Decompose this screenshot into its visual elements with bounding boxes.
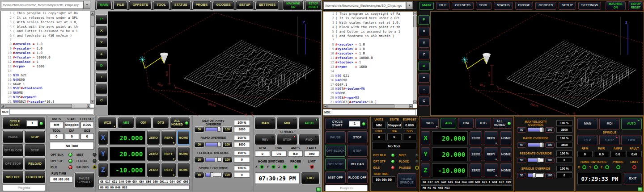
menu-settings[interactable]: SETTINGS: [256, 1, 279, 9]
rapid-max-button[interactable]: 100: [223, 142, 232, 147]
dtg-button[interactable]: DTG: [475, 118, 491, 129]
max-velocity-min-button[interactable]: 50: [195, 127, 204, 132]
feedrate-min-button[interactable]: 50: [195, 157, 204, 163]
zero-y-button[interactable]: ZERO: [147, 147, 159, 161]
menu-setup[interactable]: SETUP: [559, 2, 576, 10]
spindle-min-button[interactable]: 50: [517, 173, 526, 178]
spindle-max-button[interactable]: 100: [545, 173, 555, 178]
exit-button[interactable]: EXIT: [301, 172, 319, 184]
gcode-editor[interactable]: 1( This program is copyright of Ra2( It …: [323, 11, 417, 109]
cycle-count-spinner[interactable]: 1: [349, 121, 360, 127]
mdi-mode-button[interactable]: MDI: [277, 117, 297, 129]
view-perspective-button[interactable]: P: [418, 15, 430, 25]
scroll-thumb[interactable]: [91, 15, 94, 27]
home-z-button[interactable]: HOME: [178, 163, 190, 177]
auto-mode-button[interactable]: AUTO: [621, 118, 642, 129]
man-mode-button[interactable]: MAN: [577, 118, 598, 129]
combo-dropdown-icon[interactable]: ▾: [406, 1, 413, 9]
g54-button[interactable]: G54: [136, 117, 151, 128]
feedrate-override-slider[interactable]: [205, 158, 221, 162]
menu-file[interactable]: FILE: [114, 1, 127, 9]
zero-z-button[interactable]: ZERO: [147, 163, 159, 177]
axis-z-button[interactable]: Z: [421, 163, 430, 177]
step-button[interactable]: STEP: [25, 144, 45, 156]
zero-x-button[interactable]: ZERO: [470, 131, 482, 145]
zoom-in-button[interactable]: +: [418, 73, 430, 83]
spindle-override-slider[interactable]: [205, 173, 221, 177]
menu-main[interactable]: MAIN: [419, 2, 434, 10]
menu-tool[interactable]: TOOL: [153, 1, 169, 9]
feedrate-max-button[interactable]: 100: [223, 157, 232, 163]
view-y-button[interactable]: Y: [96, 38, 107, 47]
mist-off-button[interactable]: MIST OFF: [325, 171, 346, 184]
machine-on-button[interactable]: MACHINE ON: [283, 1, 303, 10]
home-y-button[interactable]: HOME: [178, 147, 190, 161]
mdi-input[interactable]: [9, 109, 93, 115]
clear-plot-button[interactable]: C: [418, 96, 430, 106]
cycle-start-button[interactable]: CYCLE START 1: [325, 118, 368, 129]
opt-block-button[interactable]: OPT BLOCK: [325, 145, 346, 157]
scroll-thumb-h[interactable]: [327, 104, 394, 108]
g54-button[interactable]: G54: [458, 118, 474, 129]
menu-gcodes[interactable]: GCODES: [213, 1, 234, 9]
scroll-right-icon[interactable]: ▶: [409, 104, 413, 108]
zero-x-button[interactable]: ZERO: [147, 131, 159, 145]
menu-status[interactable]: STATUS: [171, 1, 191, 9]
dtg-button[interactable]: DTG: [153, 117, 169, 128]
axis-z-button[interactable]: Z: [98, 163, 108, 177]
menu-offsets[interactable]: OFFSETS: [452, 2, 474, 10]
view-dimensions-button[interactable]: D: [418, 62, 430, 71]
ref-x-button[interactable]: REFX▾: [161, 131, 176, 145]
max-velocity-slider[interactable]: [528, 128, 544, 132]
man-mode-button[interactable]: MAN: [255, 117, 275, 129]
all-homed-button[interactable]: ALL HOMED: [493, 118, 512, 129]
vertical-scrollbar[interactable]: ▲ ▼: [90, 11, 94, 104]
scroll-up-icon[interactable]: ▲: [91, 11, 94, 15]
home-x-button[interactable]: HOME: [500, 131, 512, 145]
horizontal-scrollbar[interactable]: ◀ ▶: [1, 104, 90, 108]
zoom-in-button[interactable]: +: [96, 73, 107, 82]
step-button[interactable]: STEP: [347, 145, 368, 157]
feedrate-override-slider[interactable]: [528, 158, 544, 162]
ref-x-button[interactable]: REFX▾: [484, 131, 498, 145]
rapid-min-button[interactable]: 50: [517, 142, 526, 148]
view-z-button[interactable]: Z: [418, 50, 430, 59]
menu-main[interactable]: MAIN: [97, 1, 111, 9]
estop-reset-button[interactable]: ESTOP RESET: [305, 1, 322, 10]
spindle-rev-button[interactable]: REV: [577, 135, 598, 145]
cycle-start-button[interactable]: CYCLE START 1: [3, 117, 45, 129]
max-velocity-slider[interactable]: [205, 127, 221, 131]
stop-button[interactable]: STOP: [25, 131, 45, 143]
rapid-max-button[interactable]: 100: [545, 142, 555, 148]
spindle-fwd-button[interactable]: FWD: [299, 134, 319, 145]
reload-button[interactable]: RELOAD: [25, 158, 45, 170]
zero-z-button[interactable]: ZERO: [470, 163, 482, 177]
flood-off-button[interactable]: FLOOD OFF: [347, 171, 368, 184]
scroll-down-icon[interactable]: ▼: [413, 100, 417, 104]
spindle-max-button[interactable]: 100: [223, 172, 232, 178]
horizontal-scrollbar[interactable]: ◀ ▶: [323, 104, 413, 108]
pause-button[interactable]: PAUSE: [3, 131, 23, 143]
menu-tool[interactable]: TOOL: [476, 2, 491, 10]
menu-file[interactable]: FILE: [436, 2, 449, 10]
spindle-override-slider[interactable]: [528, 173, 544, 177]
view-dimensions-button[interactable]: D: [96, 61, 107, 71]
menu-settings[interactable]: SETTINGS: [578, 2, 602, 10]
zoom-out-button[interactable]: -: [418, 85, 430, 94]
wcs-button[interactable]: WCS ▾: [98, 117, 116, 128]
view-x-button[interactable]: X: [418, 27, 430, 36]
axis-y-button[interactable]: Y: [421, 147, 430, 161]
clear-plot-button[interactable]: C: [96, 96, 107, 105]
combo-dropdown-icon[interactable]: ▾: [84, 1, 90, 9]
home-z-button[interactable]: HOME: [500, 163, 512, 177]
feedrate-max-button[interactable]: 100: [545, 158, 555, 163]
max-velocity-max-button[interactable]: 100: [223, 127, 232, 132]
opt-stop-button[interactable]: OPT STOP: [325, 158, 346, 170]
gcode-editor[interactable]: 1( This program is copyright of Ra2( It …: [0, 11, 95, 108]
view-y-button[interactable]: Y: [418, 38, 430, 48]
wcs-button[interactable]: WCS ▾: [421, 118, 439, 129]
abs-button[interactable]: ABS: [118, 117, 134, 128]
estop-reset-button[interactable]: ESTOP RESET: [628, 1, 644, 10]
vertical-scrollbar[interactable]: ▲ ▼: [413, 12, 417, 104]
scroll-down-icon[interactable]: ▼: [91, 100, 94, 104]
